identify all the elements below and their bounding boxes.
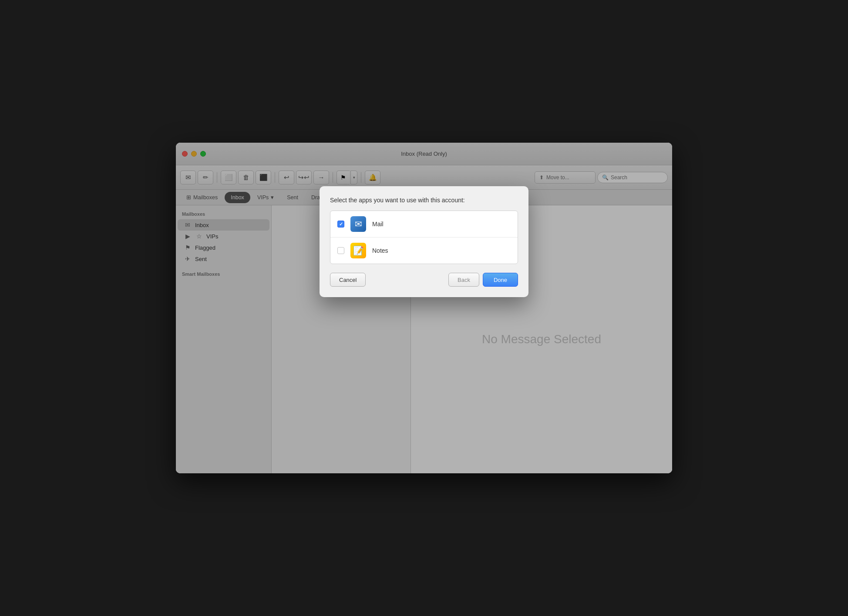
mail-checkbox[interactable] [337,221,344,228]
modal-buttons: Cancel Back Done [330,273,518,287]
notes-checkbox[interactable] [337,247,344,254]
modal-overlay: Select the apps you want to use with thi… [176,143,672,473]
back-button[interactable]: Back [448,273,479,287]
modal-right-buttons: Back Done [448,273,518,287]
done-button[interactable]: Done [483,273,518,287]
notes-app-icon [350,243,366,258]
app-selection-modal: Select the apps you want to use with thi… [320,186,528,297]
modal-title: Select the apps you want to use with thi… [330,197,518,204]
main-window: Inbox (Read Only) ✉ ✏ ⬜ 🗑 ⬛ ↩ ↪↩ → ⚑ ▾ 🔔… [176,143,672,473]
cancel-button[interactable]: Cancel [330,273,366,287]
mail-list-item[interactable]: Mail [330,211,518,238]
mail-app-name: Mail [372,221,384,228]
notes-app-name: Notes [372,247,388,254]
modal-app-list: Mail Notes [330,211,518,264]
mail-app-icon [350,216,366,232]
notes-list-item[interactable]: Notes [330,238,518,264]
